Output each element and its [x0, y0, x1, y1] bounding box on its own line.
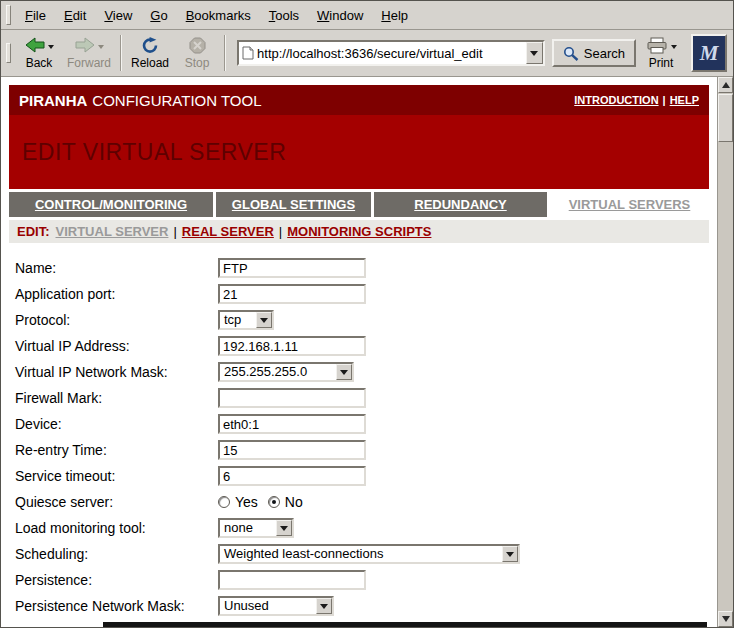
- search-label: Search: [584, 46, 625, 61]
- mozilla-throbber-logo[interactable]: M: [691, 34, 727, 72]
- subnav-separator: |: [168, 224, 181, 239]
- back-icon: [25, 37, 45, 53]
- reload-button[interactable]: Reload: [126, 32, 174, 74]
- subnav-virtual-server-link[interactable]: VIRTUAL SERVER: [56, 224, 169, 239]
- back-dropdown-caret-icon[interactable]: [48, 45, 54, 49]
- browser-window: File Edit View Go Bookmarks Tools Window…: [0, 0, 734, 628]
- menu-bookmarks[interactable]: Bookmarks: [177, 5, 260, 26]
- load-monitoring-select[interactable]: none: [218, 518, 294, 538]
- virtual-ip-label: Virtual IP Address:: [15, 338, 218, 354]
- menu-tools[interactable]: Tools: [260, 5, 308, 26]
- stop-icon: [189, 37, 206, 54]
- menu-bar: File Edit View Go Bookmarks Tools Window…: [1, 1, 733, 30]
- dropdown-arrow-button[interactable]: [316, 598, 332, 614]
- page-proxy-icon[interactable]: [239, 46, 257, 60]
- virtual-ip-netmask-label: Virtual IP Network Mask:: [15, 364, 218, 380]
- stop-button[interactable]: Stop: [174, 32, 220, 74]
- toolbar-separator: [120, 35, 122, 71]
- form-row-firewall-mark: Firewall Mark:: [9, 385, 709, 411]
- menu-window[interactable]: Window: [308, 5, 372, 26]
- dropdown-arrow-button[interactable]: [256, 312, 272, 328]
- menu-file[interactable]: File: [16, 5, 55, 26]
- chevron-down-icon: [260, 318, 268, 323]
- firewall-mark-input[interactable]: [218, 388, 366, 408]
- quiesce-yes-label: Yes: [235, 494, 258, 510]
- virtual-ip-netmask-value: 255.255.255.0: [220, 364, 336, 380]
- app-title-bold: PIRANHA: [19, 92, 87, 109]
- print-button[interactable]: Print: [636, 32, 686, 74]
- scroll-up-button[interactable]: [718, 77, 733, 93]
- tab-bar: CONTROL/MONITORING GLOBAL SETTINGS REDUN…: [9, 192, 709, 217]
- service-timeout-input[interactable]: [218, 466, 366, 486]
- menu-go[interactable]: Go: [141, 5, 176, 26]
- protocol-label: Protocol:: [15, 312, 218, 328]
- toolbar-separator: [224, 35, 226, 71]
- scheduling-label: Scheduling:: [15, 546, 218, 562]
- forward-button[interactable]: Forward: [62, 32, 116, 74]
- url-dropdown-button[interactable]: [526, 42, 543, 64]
- dropdown-arrow-button[interactable]: [336, 364, 352, 380]
- forward-dropdown-caret-icon[interactable]: [98, 45, 104, 49]
- chevron-down-icon: [530, 51, 538, 56]
- name-label: Name:: [15, 260, 218, 276]
- toolbar-grippy[interactable]: [6, 43, 11, 63]
- scroll-down-button[interactable]: [718, 611, 733, 627]
- vertical-scrollbar[interactable]: [717, 77, 733, 627]
- chevron-down-icon: [320, 604, 328, 609]
- tab-virtual-servers[interactable]: VIRTUAL SERVERS: [550, 192, 709, 217]
- device-input[interactable]: [218, 414, 366, 434]
- persistence-label: Persistence:: [15, 572, 218, 588]
- application-port-input[interactable]: [218, 284, 366, 304]
- quiesce-no-radio[interactable]: [268, 496, 280, 508]
- tab-global-settings[interactable]: GLOBAL SETTINGS: [216, 192, 371, 217]
- print-dropdown-caret-icon[interactable]: [671, 45, 677, 49]
- menubar-grippy[interactable]: [6, 5, 11, 25]
- form-row-virtual-ip-netmask: Virtual IP Network Mask: 255.255.255.0: [9, 359, 709, 385]
- help-link[interactable]: HELP: [670, 94, 699, 106]
- menu-help[interactable]: Help: [372, 5, 417, 26]
- persistence-input[interactable]: [218, 570, 366, 590]
- form-row-persistence-netmask: Persistence Network Mask: Unused: [9, 593, 709, 619]
- browser-content-area: PIRANHACONFIGURATION TOOL INTRODUCTION|H…: [1, 77, 733, 627]
- form-row-protocol: Protocol: tcp: [9, 307, 709, 333]
- persistence-netmask-select[interactable]: Unused: [218, 596, 334, 616]
- subnav-bar: EDIT:VIRTUAL SERVER|REAL SERVER|MONITORI…: [9, 220, 709, 243]
- reload-label: Reload: [131, 56, 169, 70]
- page-banner: EDIT VIRTUAL SERVER: [9, 115, 709, 189]
- load-monitoring-value: none: [220, 520, 276, 536]
- chevron-down-icon: [506, 552, 514, 557]
- subnav-prefix: EDIT:: [17, 224, 50, 239]
- subnav-monitoring-scripts-link[interactable]: MONITORING SCRIPTS: [287, 224, 431, 239]
- dropdown-arrow-button[interactable]: [502, 546, 518, 562]
- dropdown-arrow-button[interactable]: [276, 520, 292, 536]
- scheduling-value: Weighted least-connections: [220, 546, 502, 562]
- quiesce-yes-radio[interactable]: [218, 496, 230, 508]
- tab-redundancy[interactable]: REDUNDANCY: [374, 192, 547, 217]
- form-row-load-monitoring: Load monitoring tool: none: [9, 515, 709, 541]
- virtual-ip-input[interactable]: [218, 336, 366, 356]
- reload-icon: [141, 37, 159, 54]
- application-port-label: Application port:: [15, 286, 218, 302]
- reentry-time-label: Re-entry Time:: [15, 442, 218, 458]
- name-input[interactable]: [218, 258, 366, 278]
- introduction-link[interactable]: INTRODUCTION: [574, 94, 658, 106]
- mozilla-logo-letter: M: [700, 41, 719, 66]
- header-links: INTRODUCTION|HELP: [574, 94, 699, 106]
- virtual-ip-netmask-select[interactable]: 255.255.255.0: [218, 362, 354, 382]
- protocol-select[interactable]: tcp: [218, 310, 274, 330]
- form-row-application-port: Application port:: [9, 281, 709, 307]
- protocol-select-value: tcp: [220, 312, 256, 328]
- subnav-real-server-link[interactable]: REAL SERVER: [182, 224, 274, 239]
- url-input[interactable]: [257, 42, 526, 64]
- tab-control-monitoring[interactable]: CONTROL/MONITORING: [9, 192, 213, 217]
- form-row-persistence: Persistence:: [9, 567, 709, 593]
- piranha-header-bar: PIRANHACONFIGURATION TOOL INTRODUCTION|H…: [9, 85, 709, 115]
- reentry-time-input[interactable]: [218, 440, 366, 460]
- menu-edit[interactable]: Edit: [55, 5, 95, 26]
- menu-view[interactable]: View: [95, 5, 141, 26]
- search-button[interactable]: Search: [552, 39, 636, 67]
- scheduling-select[interactable]: Weighted least-connections: [218, 544, 520, 564]
- service-timeout-label: Service timeout:: [15, 468, 218, 484]
- scrollbar-thumb[interactable]: [718, 94, 733, 142]
- back-button[interactable]: Back: [16, 32, 62, 74]
